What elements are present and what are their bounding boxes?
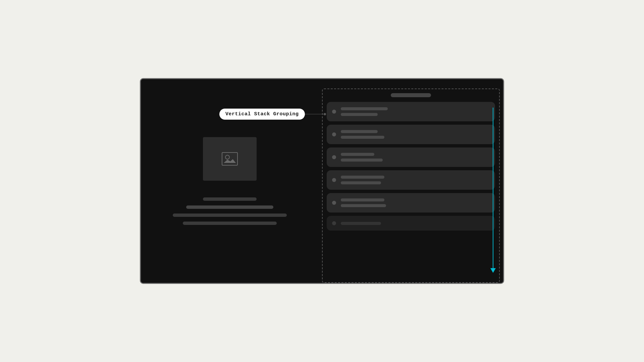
right-panel bbox=[319, 79, 503, 283]
item-text-bottom-2 bbox=[341, 136, 384, 139]
tooltip-dot bbox=[324, 113, 326, 115]
list-item bbox=[327, 170, 495, 190]
item-text-bottom-5 bbox=[341, 204, 386, 207]
item-dot-2 bbox=[332, 132, 336, 136]
item-dot-3 bbox=[332, 155, 336, 159]
list-item bbox=[327, 193, 495, 213]
item-dot-5 bbox=[332, 201, 336, 205]
text-bar-2 bbox=[186, 205, 273, 209]
item-text-bottom-3 bbox=[341, 159, 383, 162]
arrow-head bbox=[490, 268, 496, 273]
tooltip-container: Vertical Stack Grouping bbox=[219, 109, 325, 120]
list-item bbox=[327, 216, 495, 231]
item-text-group-5 bbox=[341, 198, 490, 207]
image-placeholder bbox=[203, 137, 257, 181]
tooltip-bubble: Vertical Stack Grouping bbox=[219, 109, 305, 120]
arrow-line bbox=[493, 108, 493, 268]
item-text-bottom-4 bbox=[341, 181, 381, 184]
text-bar-1 bbox=[203, 197, 257, 201]
item-text-top-1 bbox=[341, 107, 388, 110]
image-icon bbox=[222, 152, 238, 166]
tooltip-line bbox=[305, 114, 325, 115]
left-panel: Vertical Stack Grouping bbox=[141, 79, 319, 283]
item-text-bottom-1 bbox=[341, 113, 378, 116]
tooltip-label: Vertical Stack Grouping bbox=[225, 111, 299, 117]
left-text-area bbox=[173, 197, 287, 225]
item-dot-1 bbox=[332, 110, 336, 114]
list-item bbox=[327, 147, 495, 167]
item-text-top-3 bbox=[341, 153, 374, 156]
item-text-top-6 bbox=[341, 222, 381, 225]
list-items-container bbox=[327, 102, 495, 231]
item-text-top-4 bbox=[341, 176, 384, 179]
list-item bbox=[327, 102, 495, 121]
dashed-selection-area bbox=[322, 88, 500, 283]
item-text-group-3 bbox=[341, 153, 490, 162]
item-text-group-6 bbox=[341, 222, 490, 225]
item-dot-4 bbox=[332, 178, 336, 182]
item-text-group-1 bbox=[341, 107, 490, 116]
item-text-top-2 bbox=[341, 130, 378, 133]
item-dot-6 bbox=[332, 221, 336, 225]
main-frame: Vertical Stack Grouping bbox=[140, 78, 504, 284]
text-bar-4 bbox=[183, 222, 277, 225]
vertical-arrow bbox=[490, 108, 496, 273]
text-bar-3 bbox=[173, 214, 287, 217]
item-text-group-2 bbox=[341, 130, 490, 139]
right-header bbox=[327, 93, 495, 97]
header-pill bbox=[391, 93, 431, 97]
item-text-top-5 bbox=[341, 198, 384, 201]
item-text-group-4 bbox=[341, 176, 490, 184]
list-item bbox=[327, 125, 495, 144]
